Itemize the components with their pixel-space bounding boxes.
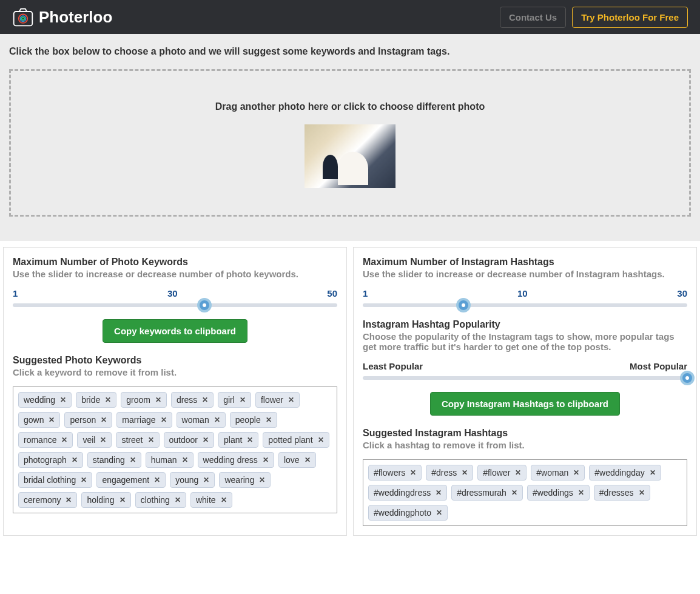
close-icon[interactable]: ✕ <box>202 396 208 404</box>
close-icon[interactable]: ✕ <box>119 496 126 504</box>
close-icon[interactable]: ✕ <box>61 436 67 444</box>
close-icon[interactable]: ✕ <box>263 456 269 464</box>
hashtag-tag[interactable]: #dresses✕ <box>594 485 650 501</box>
close-icon[interactable]: ✕ <box>100 436 106 444</box>
keyword-tag[interactable]: wedding✕ <box>18 392 72 408</box>
hashtag-tag[interactable]: #flowers✕ <box>368 465 422 481</box>
hashtag-tag[interactable]: #woman✕ <box>531 465 585 481</box>
close-icon[interactable]: ✕ <box>266 416 272 424</box>
keyword-tag[interactable]: people✕ <box>230 412 277 428</box>
keywords-slider-handle[interactable] <box>197 298 212 312</box>
keyword-tag[interactable]: ceremony✕ <box>18 492 77 508</box>
close-icon[interactable]: ✕ <box>214 416 220 424</box>
close-icon[interactable]: ✕ <box>182 456 188 464</box>
keyword-tag[interactable]: holding✕ <box>81 492 130 508</box>
keyword-tag[interactable]: love✕ <box>278 452 316 468</box>
close-icon[interactable]: ✕ <box>436 488 442 497</box>
keyword-tag[interactable]: girl✕ <box>218 392 251 408</box>
close-icon[interactable]: ✕ <box>221 496 227 504</box>
close-icon[interactable]: ✕ <box>66 496 72 504</box>
keyword-tag[interactable]: standing✕ <box>87 452 141 468</box>
close-icon[interactable]: ✕ <box>578 488 584 497</box>
keyword-tag[interactable]: clothing✕ <box>135 492 186 508</box>
keyword-tag[interactable]: groom✕ <box>121 392 167 408</box>
copy-keywords-button[interactable]: Copy keywords to clipboard <box>103 319 247 343</box>
close-icon[interactable]: ✕ <box>148 436 154 444</box>
keyword-tag[interactable]: marriage✕ <box>116 412 172 428</box>
close-icon[interactable]: ✕ <box>130 456 136 464</box>
close-icon[interactable]: ✕ <box>203 436 209 444</box>
close-icon[interactable]: ✕ <box>203 476 209 484</box>
keyword-tag[interactable]: outdoor✕ <box>164 432 214 448</box>
close-icon[interactable]: ✕ <box>259 476 265 484</box>
close-icon[interactable]: ✕ <box>247 436 253 444</box>
close-icon[interactable]: ✕ <box>60 396 66 404</box>
keyword-tag[interactable]: wearing✕ <box>219 472 271 488</box>
try-free-button[interactable]: Try Photerloo For Free <box>572 7 688 28</box>
keyword-tag[interactable]: dress✕ <box>171 392 214 408</box>
camera-icon <box>12 6 34 28</box>
close-icon[interactable]: ✕ <box>101 416 107 424</box>
close-icon[interactable]: ✕ <box>305 456 311 464</box>
keyword-tag[interactable]: photograph✕ <box>18 452 83 468</box>
close-icon[interactable]: ✕ <box>462 468 468 477</box>
close-icon[interactable]: ✕ <box>105 396 111 404</box>
close-icon[interactable]: ✕ <box>161 416 167 424</box>
keyword-tag[interactable]: potted plant✕ <box>263 432 329 448</box>
popularity-slider-handle[interactable] <box>680 371 695 385</box>
hashtags-slider[interactable] <box>363 303 687 307</box>
keyword-tag[interactable]: young✕ <box>170 472 215 488</box>
close-icon[interactable]: ✕ <box>175 496 181 504</box>
keyword-tag[interactable]: bride✕ <box>76 392 116 408</box>
contact-button[interactable]: Contact Us <box>500 7 566 28</box>
hashtag-tag[interactable]: #dress✕ <box>426 465 473 481</box>
copy-hashtags-button[interactable]: Copy Instagram Hashtags to clipboard <box>430 392 620 416</box>
keyword-tag[interactable]: flower✕ <box>255 392 300 408</box>
hashtag-tag[interactable]: #weddingdress✕ <box>368 485 447 501</box>
dropzone[interactable]: Drag another photo here or click to choo… <box>9 69 691 217</box>
keyword-tag[interactable]: white✕ <box>190 492 232 508</box>
keyword-tag[interactable]: person✕ <box>64 412 112 428</box>
hashtag-tag[interactable]: #dressmurah✕ <box>451 485 523 501</box>
popularity-max: Most Popular <box>630 361 687 371</box>
close-icon[interactable]: ✕ <box>650 468 656 477</box>
keyword-tag[interactable]: veil✕ <box>77 432 112 448</box>
close-icon[interactable]: ✕ <box>72 456 78 464</box>
close-icon[interactable]: ✕ <box>515 468 521 477</box>
hashtag-tag[interactable]: #weddingday✕ <box>589 465 661 481</box>
close-icon[interactable]: ✕ <box>511 488 517 497</box>
logo[interactable]: Photerloo <box>12 6 112 28</box>
keyword-tag[interactable]: engagement✕ <box>96 472 166 488</box>
keyword-tag[interactable]: wedding dress✕ <box>198 452 274 468</box>
keyword-tag[interactable]: romance✕ <box>18 432 73 448</box>
keyword-tag[interactable]: bridal clothing✕ <box>18 472 92 488</box>
tag-label: photograph <box>24 455 67 465</box>
close-icon[interactable]: ✕ <box>240 396 246 404</box>
tag-label: #woman <box>536 468 568 478</box>
keyword-tag[interactable]: human✕ <box>146 452 194 468</box>
keywords-title: Maximum Number of Photo Keywords <box>13 257 337 268</box>
keyword-tag[interactable]: gown✕ <box>18 412 60 428</box>
keyword-tag[interactable]: woman✕ <box>177 412 226 428</box>
keyword-tag[interactable]: street✕ <box>116 432 159 448</box>
close-icon[interactable]: ✕ <box>436 508 442 517</box>
close-icon[interactable]: ✕ <box>49 416 55 424</box>
tag-label: #weddingdress <box>374 488 431 498</box>
keyword-tag[interactable]: plant✕ <box>218 432 258 448</box>
close-icon[interactable]: ✕ <box>81 476 87 484</box>
close-icon[interactable]: ✕ <box>573 468 579 477</box>
popularity-slider[interactable] <box>363 376 687 380</box>
close-icon[interactable]: ✕ <box>318 436 324 444</box>
tag-label: people <box>235 415 261 425</box>
hashtags-slider-handle[interactable] <box>456 298 471 312</box>
hashtag-tag[interactable]: #flower✕ <box>477 465 527 481</box>
close-icon[interactable]: ✕ <box>410 468 416 477</box>
hashtag-tag[interactable]: #weddings✕ <box>527 485 590 501</box>
hashtag-tag[interactable]: #weddingphoto✕ <box>368 505 448 521</box>
tag-label: #flowers <box>374 468 405 478</box>
close-icon[interactable]: ✕ <box>639 488 645 497</box>
close-icon[interactable]: ✕ <box>288 396 294 404</box>
keywords-slider[interactable] <box>13 303 337 307</box>
close-icon[interactable]: ✕ <box>155 396 161 404</box>
close-icon[interactable]: ✕ <box>154 476 160 484</box>
